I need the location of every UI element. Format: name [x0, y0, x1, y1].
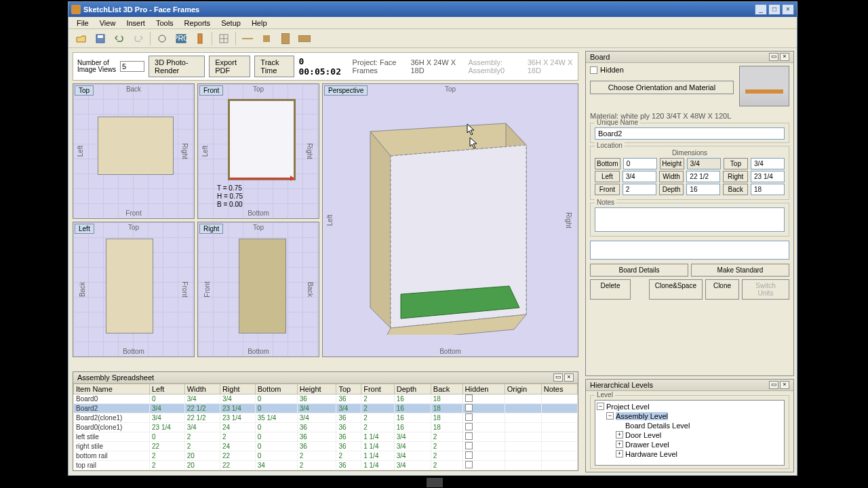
menu-reports[interactable]: Reports: [179, 18, 216, 28]
left-button[interactable]: Left: [595, 171, 620, 182]
col-header[interactable]: Right: [220, 384, 255, 394]
menu-help[interactable]: Help: [246, 18, 273, 28]
top-button[interactable]: Top: [724, 158, 748, 169]
table-row[interactable]: Board003/43/40363621618: [74, 394, 578, 404]
redo-icon[interactable]: [131, 31, 146, 46]
height-button[interactable]: Height: [660, 158, 684, 169]
cabinet-3d: [363, 111, 540, 335]
menu-setup[interactable]: Setup: [216, 18, 246, 28]
col-header[interactable]: Depth: [394, 384, 431, 394]
viewport-left[interactable]: Left Top Bottom Back Front: [73, 222, 195, 357]
notes-input-2[interactable]: [590, 241, 789, 260]
col-header[interactable]: Origin: [505, 384, 541, 394]
panel-close-icon[interactable]: ×: [564, 373, 574, 382]
table-row[interactable]: Board23/422 1/223 1/403/43/421618: [74, 404, 578, 413]
export-pdf-button[interactable]: Export PDF: [209, 56, 250, 77]
titlebar[interactable]: SketchList 3D Pro - Face Frames _ □ ×: [68, 2, 797, 17]
menu-file[interactable]: File: [71, 18, 94, 28]
board-tool-icon[interactable]: [193, 31, 208, 46]
col-header[interactable]: Height: [297, 384, 336, 394]
panel-dock-icon[interactable]: ▭: [553, 373, 563, 382]
height-input[interactable]: [687, 158, 721, 169]
board-panel: Board ▭ × Hidden Choose Orientation and …: [585, 51, 794, 376]
col-header[interactable]: Width: [184, 384, 220, 394]
right-button[interactable]: Right: [723, 171, 748, 182]
top-input[interactable]: [751, 158, 785, 169]
viewport-top[interactable]: Top Back Front Left Right: [73, 83, 195, 219]
shape-square-icon[interactable]: [259, 31, 274, 46]
table-row[interactable]: Board2(clone1)3/422 1/223 1/435 1/43/436…: [74, 413, 578, 423]
panel-close-icon[interactable]: ×: [780, 381, 789, 389]
col-header[interactable]: Left: [150, 384, 185, 394]
photo-render-button[interactable]: 3D Photo-Render: [149, 56, 205, 77]
imgviews-input[interactable]: [120, 61, 144, 72]
hierarchical-panel: Hierarchical Levels ▭ × Level −Project L…: [585, 379, 794, 472]
table-row[interactable]: top rail22022342361 1/43/42: [74, 461, 578, 470]
back-input[interactable]: [751, 184, 785, 195]
svg-rect-1: [98, 35, 103, 38]
save-icon[interactable]: [93, 31, 108, 46]
menu-insert[interactable]: Insert: [121, 18, 151, 28]
depth-input[interactable]: [686, 184, 720, 195]
shape-line-icon[interactable]: [240, 31, 255, 46]
back-button[interactable]: Back: [723, 184, 748, 195]
table-row[interactable]: left stile022036361 1/43/42: [74, 432, 578, 442]
choose-orientation-button[interactable]: Choose Orientation and Material: [590, 81, 734, 94]
col-header[interactable]: Hidden: [462, 384, 505, 394]
col-header[interactable]: Top: [336, 384, 361, 394]
width-button[interactable]: Width: [659, 171, 684, 182]
front-button[interactable]: Front: [595, 184, 620, 195]
viewport-front[interactable]: Front Top Bottom Left Right T = 0.75 H =…: [197, 83, 319, 219]
hier-tree[interactable]: −Project Level −Assembly Level Board Det…: [595, 400, 785, 466]
col-header[interactable]: Bottom: [255, 384, 297, 394]
hidden-checkbox[interactable]: Hidden: [590, 66, 734, 74]
viewport-right[interactable]: Right Top Bottom Front Back: [197, 222, 319, 357]
toolbar: PRO: [68, 29, 797, 48]
menu-view[interactable]: View: [94, 18, 121, 28]
front-input[interactable]: [623, 184, 656, 195]
circle-tool-icon[interactable]: [155, 31, 170, 46]
track-time-button[interactable]: Track Time: [254, 56, 294, 77]
panel-close-icon[interactable]: ×: [780, 53, 789, 61]
shape-wide-icon[interactable]: [297, 31, 312, 46]
close-button[interactable]: ×: [782, 4, 794, 15]
col-header[interactable]: Item Name: [74, 384, 150, 394]
depth-button[interactable]: Depth: [659, 184, 684, 195]
svg-rect-5: [198, 34, 202, 43]
switch-units-button[interactable]: Switch Units: [742, 279, 789, 300]
col-header[interactable]: Notes: [541, 384, 577, 394]
unique-name-input[interactable]: [595, 127, 785, 140]
col-header[interactable]: Front: [361, 384, 395, 394]
clone-space-button[interactable]: Clone&Space: [649, 279, 703, 300]
right-input[interactable]: [751, 171, 785, 182]
panel-dock-icon[interactable]: ▭: [769, 381, 778, 389]
col-header[interactable]: Back: [431, 384, 462, 394]
table-row[interactable]: Board0(clone1)23 1/43/4240363621618: [74, 423, 578, 432]
maximize-button[interactable]: □: [768, 4, 781, 15]
table-row[interactable]: bottom rail220220221 1/43/42: [74, 451, 578, 461]
table-row[interactable]: right stile22224036361 1/43/42: [74, 442, 578, 451]
bottom-button[interactable]: Bottom: [595, 158, 620, 169]
width-input[interactable]: [686, 171, 720, 182]
left-input[interactable]: [623, 171, 656, 182]
assembly-spreadsheet-panel: Assembly Spreadsheet ▭ × Item NameLeftWi…: [73, 371, 578, 471]
board-details-button[interactable]: Board Details: [590, 264, 688, 277]
taskbar-mark: [427, 478, 443, 487]
pro-tool-icon[interactable]: PRO: [174, 31, 189, 46]
viewport-perspective[interactable]: Perspective Top Bottom Left Right: [322, 83, 578, 357]
imgviews-label: Number of Image Views: [77, 60, 116, 73]
delete-button[interactable]: Delete: [590, 279, 631, 300]
grid-tool-icon[interactable]: [216, 31, 231, 46]
infobar: Number of Image Views 3D Photo-Render Ex…: [73, 52, 578, 81]
menu-tools[interactable]: Tools: [151, 18, 179, 28]
undo-icon[interactable]: [112, 31, 127, 46]
make-standard-button[interactable]: Make Standard: [691, 264, 789, 277]
shape-tall-icon[interactable]: [278, 31, 293, 46]
clone-button[interactable]: Clone: [705, 279, 739, 300]
bottom-input[interactable]: [623, 158, 657, 169]
notes-input[interactable]: [595, 207, 785, 232]
panel-dock-icon[interactable]: ▭: [769, 53, 778, 61]
minimize-button[interactable]: _: [755, 4, 767, 15]
assembly-table[interactable]: Item NameLeftWidthRightBottomHeightTopFr…: [73, 384, 578, 470]
open-icon[interactable]: [74, 31, 89, 46]
